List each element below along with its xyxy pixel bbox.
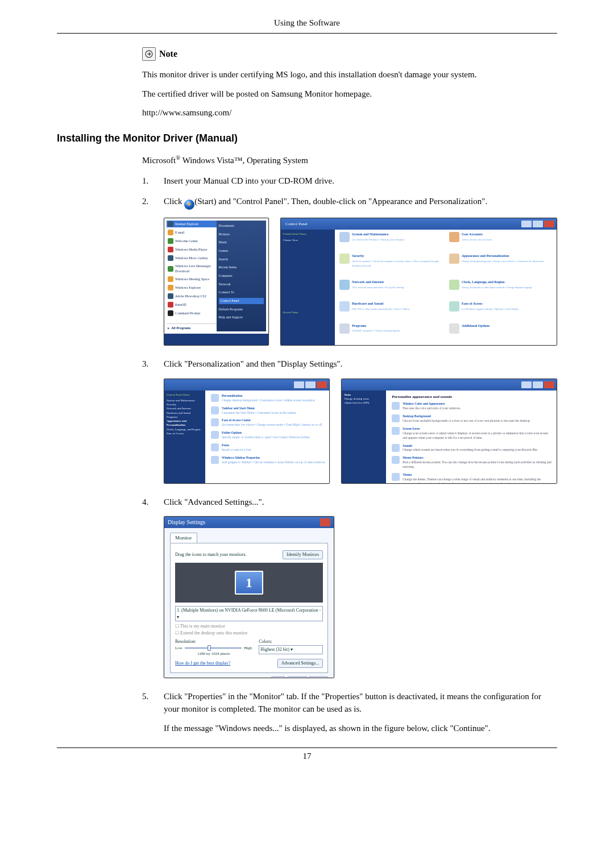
pz-tasks: Tasks [344,393,384,397]
figure-appearance-personalization: Control Panel Home System and Maintenanc… [164,379,330,484]
step-number: 4. [142,496,154,509]
step5-p1: Click "Properties" in the "Monitor" tab.… [164,691,557,716]
sm-right-item: Network [219,281,264,288]
pz-side-item: Adjust font size (DPI) [344,401,384,405]
ap-sidebar: Control Panel Home System and Maintenanc… [164,391,205,483]
note-line-3: http://www.samsung.com/ [142,107,557,119]
ap-side-item-selected: Appearance and Personalization [167,419,203,427]
sm-right-control-panel: Control Panel [219,298,264,304]
pz-title: Personalize appearance and sounds [392,394,553,400]
monitor-stage: 1 [175,563,323,603]
figure-start-menu: Internet Explorer E-mail Welcome Center … [164,218,269,346]
sm-item-meeting: Windows Meeting Space [167,276,217,283]
ap-item: FontsInstall or remove a font [211,443,326,452]
ap-item: PersonalizationChange desktop background… [211,394,326,403]
pz-side-item: Change desktop icons [344,397,384,401]
cp-cat-security: SecurityCheck for updates • Check this c… [339,254,445,277]
cp-cat-programs: ProgramsUninstall a program • Change sta… [339,323,445,343]
sm-right-item: Documents [219,223,264,229]
cp-cat-hardware: Hardware and SoundPlay CDs or other medi… [339,301,445,321]
ap-item: Ease of Access CenterAccommodate low vis… [211,418,326,427]
window-titlebar [342,379,557,391]
ap-main: PersonalizationChange desktop background… [208,391,329,483]
sm-right-item: Help and Support [219,314,264,321]
step-2: 2. Click ✦(Start) and "Control Panel". T… [142,196,557,210]
help-link: How do I get the best display? [175,660,230,667]
ok-button: OK [271,676,286,679]
step-number: 3. [142,358,154,371]
cp-sidebar: Control Panel Home Classic View Recent T… [281,230,335,345]
cp-sidebar-item: Classic View [283,238,333,242]
cp-title: Control Panel [283,221,308,227]
section-title: Installing the Monitor Driver (Manual) [57,131,557,146]
identify-monitors-button: Identify Monitors [283,550,323,559]
os-mid: Windows Vista™ [180,156,242,165]
note-icon [142,47,156,61]
sm-item-messenger: Windows Live Messenger Download [167,263,217,274]
sm-item-photoshop: Adobe Photoshop CS2 [167,293,217,300]
note-block: Note This monitor driver is under certif… [142,47,557,119]
ap-side-item: System and Maintenance [167,398,203,402]
step-body: Click "Properties" in the "Monitor" tab.… [164,691,557,734]
dialog-tab-monitor: Monitor [170,533,197,543]
sm-item-email: E-mail [167,229,217,236]
sm-right-item: Recent Items [219,264,264,271]
note-label: Note [159,47,177,60]
figure-control-panel: Control Panel Control Panel Home Classic… [280,218,557,346]
ap-item: Windows Sidebar PropertiesAdd gadgets to… [211,456,326,465]
step-number: 1. [142,175,154,188]
ap-side-item: Programs [167,415,203,419]
sm-item-wmp: Windows Media Player [167,246,217,253]
step-1: 1. Insert your Manual CD into your CD-RO… [142,175,557,188]
pz-item: ThemeChange the theme. Themes can change… [392,473,553,483]
cp-cat-appearance: Appearance and PersonalizationChange des… [449,254,554,277]
step-4: 4. Click "Advanced Settings...". [142,496,557,509]
pz-item: Screen SaverChange your screen saver or … [392,427,553,441]
figure-row-3: Display Settings Monitor Drag the icons … [164,516,557,678]
cp-main: System and MaintenanceGet started with W… [337,230,557,345]
steps-list: 1. Insert your Manual CD into your CD-RO… [142,175,557,210]
advanced-settings-button: Advanced Settings... [277,659,323,668]
cp-recent: Recent Tasks [283,310,333,314]
cp-sidebar-header: Control Panel Home [283,232,333,236]
sm-item-internet: Internet Explorer [167,221,217,227]
minimize-icon [294,381,304,388]
step-body: Click "Advanced Settings...". [164,496,557,509]
os-line: Microsoft® Windows Vista™, Operating Sys… [142,153,557,167]
figure-row-2: Control Panel Home System and Maintenanc… [164,379,557,484]
figure-personalization: Tasks Change desktop icons Adjust font s… [341,379,557,484]
step-body: Insert your Manual CD into your CD-ROM d… [164,175,557,188]
sm-item-explorer: Windows Explorer [167,284,217,291]
pz-main: Personalize appearance and sounds Window… [388,391,557,483]
pz-item: SoundsChange which sounds are heard when… [392,444,553,453]
step-number: 5. [142,691,154,734]
page-footer: 17 [57,747,557,763]
os-prefix: Microsoft [142,156,176,165]
cp-cat-system: System and MaintenanceGet started with W… [339,232,445,251]
step5-p2: If the message "Windows needs..." is dis… [164,722,557,735]
start-menu-right: Documents Pictures Music Games Search Re… [217,221,267,331]
close-icon [544,221,554,227]
window-titlebar: Control Panel [281,218,557,230]
pz-item: Desktop BackgroundChoose from available … [392,414,553,423]
cp-cat-additional: Additional Options [449,323,554,343]
dialog-titlebar: Display Settings [164,517,334,528]
step2-post: (Start) and "Control Panel". Then, doubl… [194,197,487,206]
sm-item-welcome: Welcome Center [167,238,217,244]
colors-select: Highest (32 bit) ▾ [259,645,323,654]
apply-button: Apply [309,676,328,679]
pz-item: Mouse PointersPick a different mouse poi… [392,456,553,470]
ap-item: Folder OptionsSpecify single- or double-… [211,431,326,440]
step2-pre: Click [164,197,184,206]
page-number: 17 [303,751,312,761]
colors-label: Colors: [259,638,323,645]
step-body: Click "Personalization" and then "Displa… [164,358,557,371]
note-text: This monitor driver is under certifying … [142,69,557,119]
close-icon [317,381,327,388]
res-high: High [244,645,252,651]
window-titlebar [164,379,329,391]
step-body: Click ✦(Start) and "Control Panel". Then… [164,196,557,210]
sm-right-item: Music [219,239,264,246]
page-header: Using the Software [57,17,557,34]
maximize-icon [533,221,543,227]
